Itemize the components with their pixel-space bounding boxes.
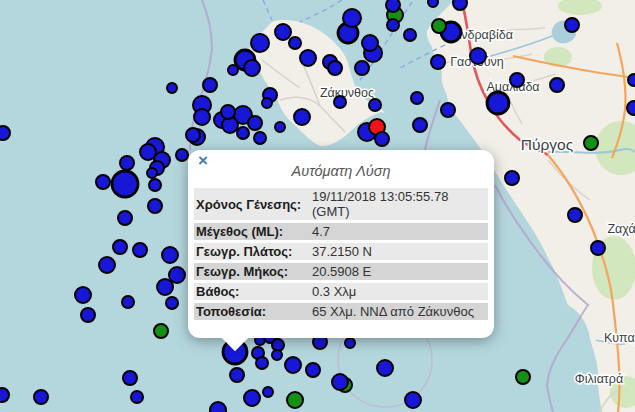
earthquake-marker[interactable] [387,19,399,31]
earthquake-marker[interactable] [256,357,268,369]
earthquake-marker[interactable] [565,18,579,32]
earthquake-marker[interactable] [251,34,269,52]
earthquake-marker[interactable] [470,48,486,64]
earthquake-marker[interactable] [584,136,598,150]
earthquake-marker[interactable] [230,368,244,382]
earthquake-marker[interactable] [428,0,438,7]
earthquake-marker[interactable] [328,61,342,75]
earthquake-marker[interactable] [149,179,161,191]
earthquake-marker[interactable] [275,122,285,132]
earthquake-marker[interactable] [487,92,509,114]
earthquake-marker[interactable] [627,101,635,115]
earthquake-marker[interactable] [289,37,301,49]
earthquake-marker[interactable] [166,297,178,309]
earthquake-marker[interactable] [453,0,467,10]
earthquake-marker[interactable] [355,61,369,75]
earthquake-marker[interactable] [133,243,147,257]
earthquake-marker[interactable] [262,98,272,108]
earthquake-marker[interactable] [263,387,273,397]
earthquake-marker[interactable] [120,156,134,170]
earthquake-marker[interactable] [306,363,320,377]
earthquake-marker[interactable] [147,168,157,178]
place-label: Ζαχάρω [607,222,635,236]
earthquake-marker[interactable] [510,73,524,87]
earthquake-marker[interactable] [123,371,137,385]
earthquake-marker[interactable] [131,391,143,403]
earthquake-marker[interactable] [272,350,282,360]
earthquake-marker[interactable] [0,126,10,140]
earthquake-marker[interactable] [432,19,446,33]
popup-row-value: 19/11/2018 13:05:55.78 (GMT) [308,188,488,220]
popup-table: Χρόνος Γένεσης:19/11/2018 13:05:55.78 (G… [194,185,488,323]
popup-row: Γεωγρ. Πλάτος:37.2150 N [194,243,488,260]
earthquake-marker[interactable] [167,83,177,93]
earthquake-marker[interactable] [413,118,427,132]
earthquake-marker[interactable] [516,370,530,384]
map-canvas[interactable]: ΑνδραβίδαΓαστούνηΑμαλιάδαΖάκυνθοςΠύργοςΖ… [0,0,635,412]
popup-row-label: Χρόνος Γένεσης: [194,188,308,220]
earthquake-marker[interactable] [568,208,582,222]
earthquake-marker[interactable] [375,132,389,146]
earthquake-marker[interactable] [377,360,393,376]
earthquake-marker[interactable] [210,402,226,412]
earthquake-marker[interactable] [75,287,91,303]
earthquake-marker[interactable] [112,171,138,197]
popup-row-value: 4.7 [308,223,488,240]
earthquake-marker[interactable] [81,308,95,322]
earthquake-marker[interactable] [505,171,519,185]
earthquake-marker[interactable] [343,9,361,27]
earthquake-marker[interactable] [176,149,188,161]
popup-row: Βάθος:0.3 Χλμ [194,283,488,300]
earthquake-marker[interactable] [441,103,455,117]
earthquake-marker[interactable] [186,128,200,142]
earthquake-marker[interactable] [369,99,381,111]
popup-close-button[interactable]: × [194,152,212,170]
earthquake-marker[interactable] [285,357,301,373]
popup-row-label: Μέγεθος (ML): [194,223,308,240]
earthquake-marker[interactable] [99,257,115,273]
popup-row-label: Τοποθεσία: [194,303,308,320]
popup-row: Μέγεθος (ML):4.7 [194,223,488,240]
earthquake-marker[interactable] [237,127,249,139]
earthquake-marker[interactable] [169,267,185,283]
earthquake-marker[interactable] [411,92,423,104]
earthquake-marker[interactable] [221,105,235,119]
earthquake-marker[interactable] [294,109,310,125]
earthquake-marker[interactable] [591,241,605,255]
earthquake-marker[interactable] [244,60,260,76]
earthquake-marker[interactable] [157,279,173,295]
earthquake-marker[interactable] [334,96,346,108]
earthquake-marker[interactable] [96,175,110,189]
earthquake-marker[interactable] [244,390,260,406]
earthquake-marker[interactable] [405,392,421,408]
earthquake-marker[interactable] [287,392,303,408]
earthquake-marker[interactable] [431,55,445,69]
earthquake-marker[interactable] [248,116,262,130]
earthquake-marker[interactable] [254,132,266,144]
earthquake-marker[interactable] [148,199,162,213]
earthquake-marker[interactable] [345,338,355,348]
earthquake-marker[interactable] [404,29,416,41]
earthquake-marker[interactable] [386,0,400,12]
earthquake-marker[interactable] [34,390,48,404]
earthquake-marker[interactable] [0,388,9,402]
popup-row: Γεωγρ. Μήκος:20.5908 E [194,263,488,280]
earthquake-marker[interactable] [362,35,378,51]
earthquake-marker[interactable] [628,74,635,86]
place-label: Ζάκυνθος [320,86,374,100]
earthquake-marker[interactable] [550,78,564,92]
place-label: Κυπαρισσία [604,331,635,345]
earthquake-marker[interactable] [275,24,291,40]
earthquake-marker[interactable] [118,211,132,225]
earthquake-marker[interactable] [203,78,217,92]
earthquake-marker[interactable] [162,247,178,263]
place-label: Πύργος [521,136,573,153]
earthquake-marker[interactable] [113,240,127,254]
earthquake-marker[interactable] [332,374,348,390]
earthquake-marker[interactable] [194,109,210,125]
earthquake-marker[interactable] [300,50,316,66]
earthquake-marker[interactable] [122,296,134,308]
earthquake-marker[interactable] [154,324,168,338]
popup-row: Χρόνος Γένεσης:19/11/2018 13:05:55.78 (G… [194,188,488,220]
earthquake-marker[interactable] [228,65,238,75]
